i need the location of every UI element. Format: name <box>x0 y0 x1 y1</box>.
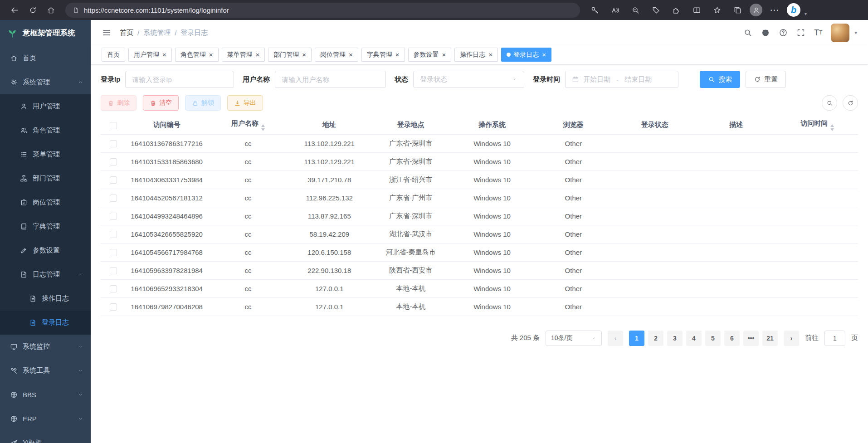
row-checkbox[interactable] <box>110 158 117 166</box>
sidebar-item-首页[interactable]: 首页 <box>0 46 91 70</box>
tab-登录日志[interactable]: 登录日志× <box>501 48 551 62</box>
close-icon[interactable]: × <box>442 51 446 58</box>
sidebar-item-系统管理[interactable]: 系统管理 <box>0 70 91 94</box>
extensions-icon[interactable] <box>668 2 684 18</box>
tab-岗位管理[interactable]: 岗位管理× <box>315 48 358 62</box>
row-checkbox[interactable] <box>110 176 117 184</box>
user-avatar[interactable] <box>831 24 849 42</box>
delete-button[interactable]: 删除 <box>101 95 137 111</box>
key-icon[interactable] <box>586 2 603 18</box>
reset-button[interactable]: 重置 <box>746 71 786 88</box>
more-menu-icon[interactable]: ⋯ <box>766 2 783 18</box>
row-checkbox[interactable] <box>110 140 117 147</box>
home-icon[interactable] <box>43 2 59 18</box>
date-range-picker[interactable]: 开始日期 - 结束日期 <box>565 71 678 88</box>
chevron-down-icon[interactable]: ▾ <box>854 30 857 36</box>
status-select[interactable]: 登录状态 <box>413 71 524 88</box>
sidebar-item-ERP[interactable]: ERP <box>0 407 91 431</box>
tab-参数设置[interactable]: 参数设置× <box>408 48 452 62</box>
help-icon[interactable] <box>779 28 788 37</box>
sidebar-item-菜单管理[interactable]: 菜单管理 <box>0 142 91 166</box>
row-checkbox[interactable] <box>110 249 117 256</box>
sidebar-item-岗位管理[interactable]: 岗位管理 <box>0 190 91 214</box>
sidebar-item-Yi框架[interactable]: Yi框架 <box>0 431 91 443</box>
browser-profile-icon[interactable] <box>750 4 762 16</box>
page-size-select[interactable]: 10条/页 <box>546 331 602 346</box>
close-icon[interactable]: × <box>395 51 400 58</box>
tab-用户管理[interactable]: 用户管理× <box>128 48 172 62</box>
page-button-5[interactable]: 5 <box>705 331 721 346</box>
tab-菜单管理[interactable]: 菜单管理× <box>222 48 265 62</box>
search-button[interactable]: 搜索 <box>700 71 740 88</box>
sidebar-item-用户管理[interactable]: 用户管理 <box>0 94 91 118</box>
tab-字典管理[interactable]: 字典管理× <box>361 48 405 62</box>
tab-首页[interactable]: 首页 <box>102 48 125 62</box>
chevron-down-icon[interactable]: ▾ <box>805 11 807 16</box>
sidebar-item-系统工具[interactable]: 系统工具 <box>0 359 91 383</box>
sidebar-item-登录日志[interactable]: 登录日志 <box>0 311 91 335</box>
page-button-2[interactable]: 2 <box>648 331 663 346</box>
close-icon[interactable]: × <box>256 51 260 58</box>
page-button-6[interactable]: 6 <box>724 331 740 346</box>
shopping-tag-icon[interactable] <box>648 2 664 18</box>
close-icon[interactable]: × <box>488 51 493 58</box>
clear-button[interactable]: 清空 <box>143 95 179 111</box>
username-input[interactable] <box>275 71 386 88</box>
more-pages-button[interactable]: ••• <box>743 331 759 346</box>
close-icon[interactable]: × <box>209 51 213 58</box>
favorites-icon[interactable] <box>709 2 725 18</box>
sidebar-item-字典管理[interactable]: 字典管理 <box>0 214 91 239</box>
sort-icon[interactable] <box>830 124 834 131</box>
sidebar-item-操作日志[interactable]: 操作日志 <box>0 287 91 311</box>
read-aloud-icon[interactable] <box>607 2 623 18</box>
row-checkbox[interactable] <box>110 231 117 238</box>
sidebar-item-角色管理[interactable]: 角色管理 <box>0 118 91 142</box>
page-button-1[interactable]: 1 <box>629 331 644 346</box>
address-bar[interactable]: https://ccnetcore.com:1101/system/log/lo… <box>65 3 580 18</box>
hamburger-icon[interactable] <box>102 28 112 38</box>
sidebar-item-日志管理[interactable]: 日志管理 <box>0 263 91 287</box>
select-all-checkbox[interactable] <box>110 122 117 129</box>
sidebar-item-BBS[interactable]: BBS <box>0 383 91 407</box>
prev-page-button[interactable]: ‹ <box>608 331 623 346</box>
sidebar-item-部门管理[interactable]: 部门管理 <box>0 166 91 190</box>
page-button-3[interactable]: 3 <box>667 331 683 346</box>
breadcrumb-home[interactable]: 首页 <box>120 29 133 37</box>
split-screen-icon[interactable] <box>688 2 705 18</box>
goto-page-input[interactable] <box>824 331 845 346</box>
sidebar-item-参数设置[interactable]: 参数设置 <box>0 239 91 263</box>
column-header-用户名称[interactable]: 用户名称 <box>207 116 288 134</box>
close-icon[interactable]: × <box>162 51 166 58</box>
close-icon[interactable]: × <box>349 51 353 58</box>
bing-icon[interactable]: b <box>787 3 800 17</box>
column-header-访问时间[interactable]: 访问时间 <box>777 116 858 134</box>
show-search-button[interactable] <box>822 95 837 111</box>
row-checkbox[interactable] <box>110 195 117 202</box>
collections-icon[interactable] <box>729 2 746 18</box>
row-checkbox[interactable] <box>110 303 117 311</box>
close-icon[interactable]: × <box>542 51 546 58</box>
close-icon[interactable]: × <box>302 51 306 58</box>
github-icon[interactable] <box>761 28 770 37</box>
export-button[interactable]: 导出 <box>227 95 263 111</box>
font-size-icon[interactable]: TT <box>814 28 822 38</box>
page-button-21[interactable]: 21 <box>762 331 778 346</box>
row-checkbox[interactable] <box>110 267 117 274</box>
page-button-4[interactable]: 4 <box>686 331 702 346</box>
tab-部门管理[interactable]: 部门管理× <box>268 48 312 62</box>
zoom-out-icon[interactable] <box>627 2 644 18</box>
sort-icon[interactable] <box>261 124 265 131</box>
fullscreen-icon[interactable] <box>796 28 805 37</box>
tab-角色管理[interactable]: 角色管理× <box>175 48 219 62</box>
sidebar-item-系统监控[interactable]: 系统监控 <box>0 335 91 359</box>
row-checkbox[interactable] <box>110 213 117 220</box>
unlock-button[interactable]: 解锁 <box>185 95 221 111</box>
row-checkbox[interactable] <box>110 285 117 292</box>
ip-input[interactable] <box>125 71 234 88</box>
back-icon[interactable] <box>6 2 23 18</box>
next-page-button[interactable]: › <box>784 331 799 346</box>
tab-操作日志[interactable]: 操作日志× <box>454 48 498 62</box>
refresh-table-button[interactable] <box>843 95 858 111</box>
search-icon[interactable] <box>743 28 752 37</box>
refresh-icon[interactable] <box>24 2 41 18</box>
